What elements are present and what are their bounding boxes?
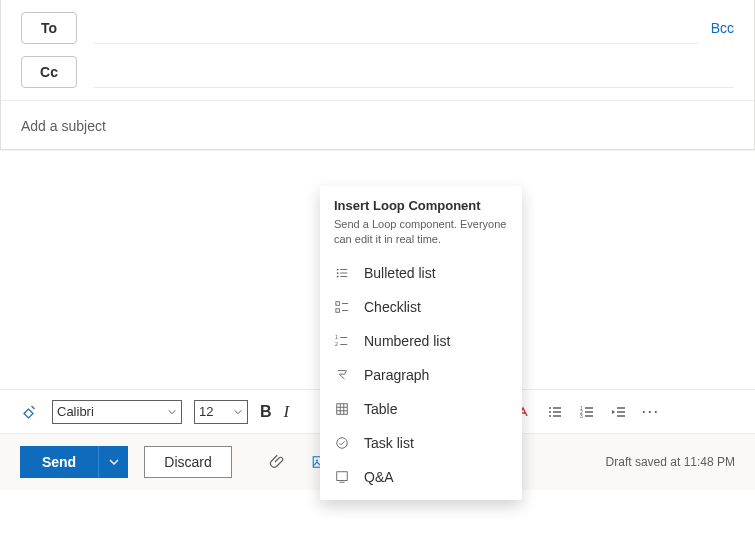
to-field[interactable]: [93, 12, 699, 44]
chevron-down-icon: [167, 407, 177, 417]
attach-icon[interactable]: [262, 446, 294, 478]
send-options-button[interactable]: [98, 446, 128, 478]
discard-button[interactable]: Discard: [144, 446, 232, 478]
cc-label: Cc: [40, 64, 58, 80]
cc-field[interactable]: [93, 56, 734, 88]
svg-point-16: [337, 438, 348, 449]
chevron-down-icon: [233, 407, 243, 417]
svg-text:3: 3: [580, 413, 583, 419]
bcc-link[interactable]: Bcc: [711, 20, 734, 36]
svg-point-0: [549, 407, 551, 409]
send-button[interactable]: Send: [20, 446, 98, 478]
svg-point-2: [549, 415, 551, 417]
qa-icon: [334, 469, 350, 485]
font-family-value: Calibri: [57, 404, 94, 419]
bulleted-list-icon[interactable]: [545, 402, 565, 422]
draft-status: Draft saved at 11:48 PM: [606, 455, 735, 469]
cc-button[interactable]: Cc: [21, 56, 77, 88]
font-size-select[interactable]: 12: [194, 400, 248, 424]
to-label: To: [41, 20, 57, 36]
bold-button[interactable]: B: [260, 403, 272, 421]
loop-item-bulleted-list[interactable]: Bulleted list: [320, 256, 522, 290]
paragraph-icon: [334, 367, 350, 383]
svg-rect-17: [337, 472, 348, 481]
loop-menu-subtitle: Send a Loop component. Everyone can edit…: [334, 217, 508, 248]
svg-point-8: [337, 268, 339, 270]
loop-item-task-list[interactable]: Task list: [320, 426, 522, 460]
svg-point-9: [337, 272, 339, 274]
to-button[interactable]: To: [21, 12, 77, 44]
font-family-select[interactable]: Calibri: [52, 400, 182, 424]
bulleted-list-icon: [334, 265, 350, 281]
font-size-value: 12: [199, 404, 213, 419]
svg-rect-15: [337, 404, 348, 415]
svg-text:2: 2: [335, 341, 338, 347]
svg-text:1: 1: [335, 334, 338, 340]
chevron-down-icon: [108, 456, 120, 468]
numbered-list-icon: 12: [334, 333, 350, 349]
table-icon: [334, 401, 350, 417]
loop-menu-title: Insert Loop Component: [334, 198, 508, 213]
checklist-icon: [334, 299, 350, 315]
subject-input[interactable]: [21, 118, 734, 134]
italic-button[interactable]: I: [284, 402, 290, 422]
more-formatting-button[interactable]: ···: [641, 401, 659, 422]
loop-item-qa[interactable]: Q&A: [320, 460, 522, 494]
loop-component-menu: Insert Loop Component Send a Loop compon…: [320, 186, 522, 500]
decrease-indent-icon[interactable]: [609, 402, 629, 422]
svg-rect-11: [336, 302, 340, 306]
svg-rect-12: [336, 309, 340, 313]
svg-point-1: [549, 411, 551, 413]
format-painter-icon[interactable]: [20, 402, 40, 422]
loop-item-checklist[interactable]: Checklist: [320, 290, 522, 324]
loop-item-table[interactable]: Table: [320, 392, 522, 426]
loop-item-numbered-list[interactable]: 12 Numbered list: [320, 324, 522, 358]
loop-item-paragraph[interactable]: Paragraph: [320, 358, 522, 392]
numbered-list-icon[interactable]: 123: [577, 402, 597, 422]
task-list-icon: [334, 435, 350, 451]
svg-point-10: [337, 275, 339, 277]
